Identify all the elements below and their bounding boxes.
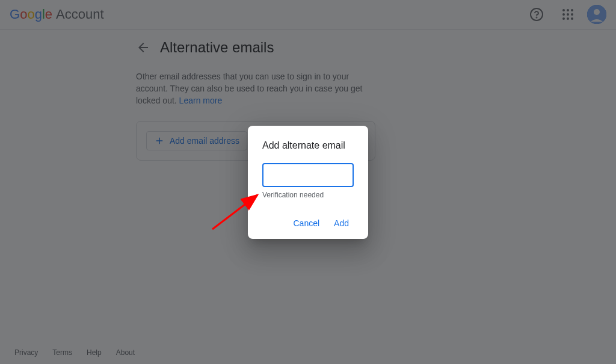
alternate-email-input[interactable] — [262, 163, 354, 187]
add-email-dialog: Add alternate email Verification needed … — [248, 126, 368, 239]
dialog-title: Add alternate email — [262, 140, 354, 151]
modal-overlay[interactable]: Add alternate email Verification needed … — [0, 0, 616, 364]
dialog-actions: Cancel Add — [262, 214, 354, 233]
cancel-button[interactable]: Cancel — [288, 214, 324, 233]
verification-helper: Verification needed — [262, 191, 354, 199]
add-button[interactable]: Add — [329, 214, 354, 233]
